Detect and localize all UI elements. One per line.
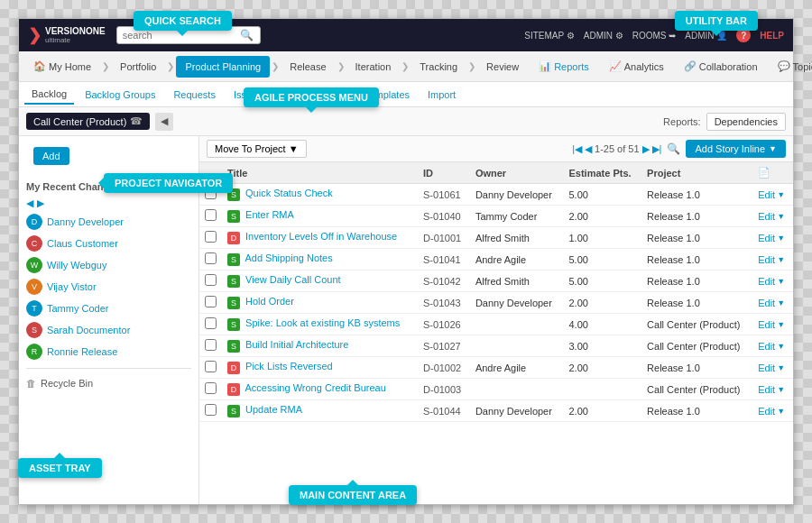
sidebar-user-willy[interactable]: W Willy Webguy <box>19 254 198 276</box>
edit-button[interactable]: Edit ▼ <box>758 319 788 330</box>
move-to-project-button[interactable]: Move To Project ▼ <box>207 140 307 158</box>
col-title[interactable]: Title <box>222 162 418 184</box>
sidebar-user-ronnie[interactable]: R Ronnie Release <box>19 341 198 362</box>
add-story-inline-button[interactable]: Add Story Inline ▼ <box>686 140 786 158</box>
story-title-link[interactable]: Enter RMA <box>245 209 294 220</box>
table-row: S Build Initial Architecture S-01027 3.0… <box>199 335 793 357</box>
sidebar-user-danny[interactable]: D Danny Developer <box>19 211 198 233</box>
add-button[interactable]: Add <box>33 147 69 165</box>
story-title-link[interactable]: Hold Order <box>245 296 294 307</box>
edit-button[interactable]: Edit ▼ <box>758 384 788 395</box>
edit-button[interactable]: Edit ▼ <box>758 341 788 352</box>
col-estimate[interactable]: Estimate Pts. <box>563 162 641 184</box>
nav-item-collaboration[interactable]: 🔗 Collaboration <box>675 55 767 78</box>
story-project: Release 1.0 <box>641 184 752 206</box>
edit-button[interactable]: Edit ▼ <box>758 254 788 265</box>
story-title-link[interactable]: Pick Lists Reversed <box>245 361 333 372</box>
row-checkbox-5[interactable] <box>205 296 217 307</box>
next-page-icon[interactable]: ▶ <box>642 143 650 155</box>
sub-nav-requests[interactable]: Requests <box>166 86 222 104</box>
story-owner: Alfred Smith <box>470 271 564 292</box>
sub-nav-backlog[interactable]: Backlog <box>24 85 74 105</box>
edit-button[interactable]: Edit ▼ <box>758 211 788 222</box>
nav-item-portfolio[interactable]: Portfolio <box>111 56 165 78</box>
nav-item-myhome[interactable]: 🏠 My Home <box>24 55 100 78</box>
col-project[interactable]: Project <box>641 162 752 184</box>
row-checkbox-7[interactable] <box>205 339 217 351</box>
edit-dropdown-icon: ▼ <box>777 363 785 372</box>
recycle-bin[interactable]: 🗑 Recycle Bin <box>19 374 198 392</box>
row-checkbox-1[interactable] <box>205 209 217 221</box>
row-checkbox-6[interactable] <box>205 317 217 329</box>
story-project: Release 1.0 <box>641 357 752 379</box>
story-estimate: 2.00 <box>563 206 641 227</box>
collaboration-icon: 🔗 <box>684 60 697 72</box>
edit-button[interactable]: Edit ▼ <box>758 406 788 417</box>
col-id[interactable]: ID <box>418 162 470 184</box>
nav-item-review[interactable]: Review <box>477 56 528 78</box>
rooms-link[interactable]: ROOMS ➥ <box>632 31 677 41</box>
next-arrow[interactable]: ▶ <box>37 197 44 209</box>
admin-link[interactable]: ADMIN ⚙ <box>584 31 623 41</box>
sub-nav-backlog-groups[interactable]: Backlog Groups <box>78 86 162 104</box>
last-page-icon[interactable]: ▶| <box>652 143 662 155</box>
utility-bar-annotation: UTILITY BAR <box>675 11 758 31</box>
story-title-link[interactable]: Inventory Levels Off in Warehouse <box>245 231 397 242</box>
edit-button[interactable]: Edit ▼ <box>758 189 788 200</box>
nav-item-iteration[interactable]: Iteration <box>346 56 401 78</box>
story-project: Call Center (Product) <box>641 314 752 335</box>
col-owner[interactable]: Owner <box>470 162 564 184</box>
sidebar-divider <box>26 368 191 369</box>
story-title-link[interactable]: View Daily Call Count <box>245 274 341 285</box>
story-estimate: 4.00 <box>563 314 641 335</box>
story-estimate <box>563 379 641 400</box>
sidebar-user-tammy[interactable]: T Tammy Coder <box>19 298 198 319</box>
story-id: D-01001 <box>418 227 470 249</box>
row-checkbox-4[interactable] <box>205 274 217 286</box>
prev-arrow[interactable]: ◀ <box>26 197 33 209</box>
story-title-link[interactable]: Add Shipping Notes <box>245 252 332 263</box>
agile-process-menu-annotation: AGILE PROCESS MENU <box>244 87 379 107</box>
edit-button[interactable]: Edit ▼ <box>758 362 788 373</box>
analytics-icon: 📈 <box>609 60 622 72</box>
row-checkbox-9[interactable] <box>205 382 217 394</box>
edit-button[interactable]: Edit ▼ <box>758 233 788 243</box>
sitemap-link[interactable]: SITEMAP ⚙ <box>524 31 575 41</box>
story-title-link[interactable]: Accessing Wrong Credit Bureau <box>245 382 385 393</box>
table-row: S Quick Status Check S-01061 Danny Devel… <box>199 184 793 206</box>
dependencies-button[interactable]: Dependencies <box>706 113 786 131</box>
row-checkbox-10[interactable] <box>205 404 217 416</box>
story-title-link[interactable]: Update RMA <box>245 404 302 415</box>
story-title-link[interactable]: Spike: Look at existing KB systems <box>245 317 400 328</box>
sidebar-user-claus[interactable]: C Claus Customer <box>19 233 198 254</box>
story-owner: Andre Agile <box>470 249 564 271</box>
table-row: S Spike: Look at existing KB systems S-0… <box>199 314 793 335</box>
context-prev-icon[interactable]: ◀ <box>155 113 173 131</box>
story-title-link[interactable]: Build Initial Architecture <box>245 339 348 350</box>
prev-page-icon[interactable]: ◀ <box>585 143 592 155</box>
story-estimate: 2.00 <box>563 292 641 314</box>
nav-item-reports[interactable]: 📊 Reports <box>530 55 598 78</box>
nav-item-topics[interactable]: 💬 Topics <box>769 55 812 78</box>
edit-button[interactable]: Edit ▼ <box>758 276 788 287</box>
nav-item-analytics[interactable]: 📈 Analytics <box>600 55 673 78</box>
edit-dropdown-icon: ▼ <box>777 190 785 199</box>
nav-item-product-planning[interactable]: Product Planning <box>176 56 270 78</box>
nav-item-release[interactable]: Release <box>281 56 335 78</box>
search-small-icon[interactable]: 🔍 <box>667 142 680 155</box>
row-checkbox-3[interactable] <box>205 252 217 264</box>
help-label: HELP <box>760 31 784 41</box>
home-icon: 🏠 <box>33 60 46 72</box>
sidebar-user-sarah[interactable]: S Sarah Documentor <box>19 319 198 341</box>
first-page-icon[interactable]: |◀ <box>572 143 582 155</box>
edit-dropdown-icon: ▼ <box>777 407 785 416</box>
context-badge: Call Center (Product) ☎ <box>26 113 150 130</box>
story-title-link[interactable]: Quick Status Check <box>245 188 333 198</box>
nav-item-tracking[interactable]: Tracking <box>411 56 466 78</box>
sub-nav-import[interactable]: Import <box>420 86 463 104</box>
edit-button[interactable]: Edit ▼ <box>758 298 788 308</box>
sub-nav: Backlog Backlog Groups Requests Issues R… <box>19 82 793 107</box>
sidebar-user-vijay[interactable]: V Vijay Vistor <box>19 276 198 298</box>
row-checkbox-8[interactable] <box>205 361 217 372</box>
row-checkbox-2[interactable] <box>205 231 217 243</box>
